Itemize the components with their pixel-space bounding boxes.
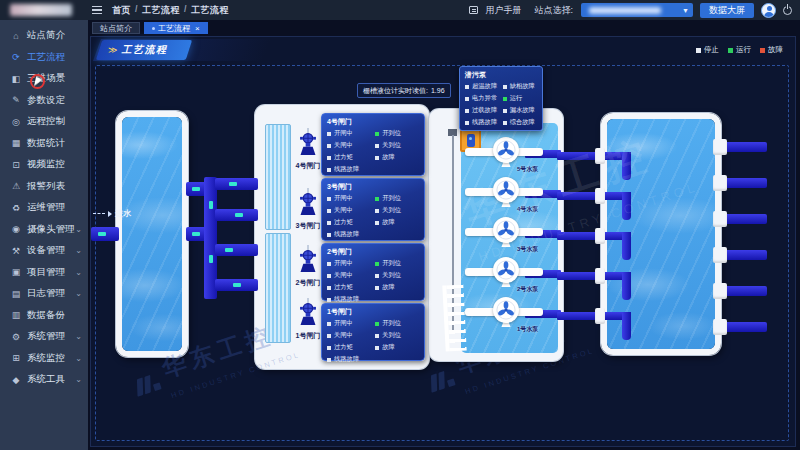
branch-pipe [215,279,258,291]
gate-status-panel: 4号闸门 开闸中开到位关闸中关到位过力矩故障线路故障 [321,113,425,176]
transfer-pipe [557,152,631,160]
sidebar-item[interactable]: ⌂ 站点简介 ⌄ [0,25,88,47]
sidebar-item[interactable]: ◎ 远程控制 ⌄ [0,111,88,133]
status-item: 故障 [375,283,419,292]
flow-dash [192,232,200,236]
outlet-nozzle-pipe [713,319,771,335]
sidebar-item[interactable]: ◆ 系统工具 ⌄ [0,369,88,391]
status-marker [375,221,379,225]
status-marker [327,322,331,326]
status-label: 线路故障 [472,118,497,127]
flow-dash [192,187,200,191]
status-label: 开到位 [382,259,401,268]
pump-status-panel: 潜污泵 超温故障缺相故障电力异常运行过载故障漏水故障线路故障综合故障 [459,66,543,131]
pump-label: 5号水泵 [517,165,538,174]
avatar[interactable] [761,3,776,18]
sidebar-item-label: 工艺流程 [27,51,65,64]
sidebar-item[interactable]: ⚙ 系统管理 ⌄ [0,326,88,348]
gate-valve-icon [294,244,322,274]
transfer-pipe [557,192,631,200]
big-screen-button[interactable]: 数据大屏 [700,3,754,18]
sidebar-item-label: 设备管理 [27,244,65,257]
breadcrumb-item[interactable]: 首页 [112,4,131,17]
sidebar-item[interactable]: ♻ 运维管理 ⌄ [0,197,88,219]
status-item: 开到位 [375,319,419,328]
sidebar-item[interactable]: ⚒ 设备管理 ⌄ [0,240,88,262]
sidebar-item[interactable]: ▣ 项目管理 ⌄ [0,262,88,284]
user-manual-link[interactable]: 用户手册 [485,4,521,17]
tab-process-flow[interactable]: 工艺流程 × [144,22,208,34]
sidebar-item-label: 视频监控 [27,158,65,171]
gate-valve-icon [294,297,322,327]
status-label: 关到位 [382,331,401,340]
sidebar-item[interactable]: ✎ 参数设定 ⌄ [0,90,88,112]
status-marker [327,262,331,266]
flow-dash [235,213,243,217]
topbar: 首页/ 工艺流程/ 工艺流程 用户手册 站点选择: ▼ 数据大屏 [0,0,800,20]
outlet-nozzle-pipe [713,175,771,191]
sidebar-item[interactable]: ⊡ 视频监控 ⌄ [0,154,88,176]
status-marker [375,132,379,136]
chevron-down-icon: ⌄ [75,246,82,255]
sidebar-item[interactable]: ⟳ 工艺流程 ⌄ [0,47,88,69]
transfer-pipe [557,312,631,320]
status-item: 关闸中 [327,271,375,280]
status-marker [327,221,331,225]
pipe-elbow [622,152,631,180]
pump-unit[interactable]: 3号水泵 [465,215,561,251]
transfer-pipe [557,272,631,280]
sidebar-item[interactable]: ▥ 数据备份 ⌄ [0,305,88,327]
sidebar-item[interactable]: ▦ 数据统计 ⌄ [0,133,88,155]
status-marker [375,144,379,148]
sidebar-item[interactable]: ◉ 摄像头管理 ⌄ [0,219,88,241]
site-select-dropdown[interactable]: ▼ [581,3,693,17]
site-select-value [589,7,661,14]
status-label: 关到位 [382,141,401,150]
gate-panel-title: 4号闸门 [327,117,419,127]
pump-unit[interactable]: 2号水泵 [465,255,561,291]
status-marker [327,346,331,350]
level-reading-tooltip: 栅槽液位计实时读值: 1.96 [357,83,451,98]
app-logo [10,4,72,16]
pump-impeller-icon [493,217,519,243]
pipe-elbow [622,272,631,300]
sidebar-item[interactable]: ▤ 日志管理 ⌄ [0,283,88,305]
close-tab-icon[interactable]: × [195,24,200,33]
sidebar-item-label: 日志管理 [27,287,65,300]
sidebar-item-label: 报警列表 [27,180,65,193]
sidebar-item-icon: ▥ [10,310,22,320]
pump-unit[interactable]: 1号水泵 [465,295,561,331]
mouse-cursor [30,74,45,89]
outlet-nozzle-pipe [713,139,771,155]
status-item: 过力矩 [327,283,375,292]
pump-impeller-icon [493,177,519,203]
status-item: 关到位 [375,271,419,280]
flow-dash [225,248,233,252]
status-item: 线路故障 [327,165,375,174]
sidebar-item[interactable]: ⚠ 报警列表 ⌄ [0,176,88,198]
pump-unit[interactable]: 5号水泵 [465,135,561,171]
tab-site-intro[interactable]: 站点简介 [92,22,140,34]
status-item: 过载故障 [465,106,503,115]
outlet-nozzle-pipe [713,283,771,299]
status-label: 关到位 [382,206,401,215]
menu-collapse-icon[interactable] [92,9,102,11]
breadcrumb-item[interactable]: 工艺流程 [191,4,229,17]
wall-nozzle [595,228,605,244]
sidebar-item[interactable]: ⊞ 系统监控 ⌄ [0,348,88,370]
status-item: 开到位 [375,259,419,268]
status-marker [465,97,469,101]
pump-unit[interactable]: 4号水泵 [465,175,561,211]
status-item: 开到位 [375,129,419,138]
status-item: 缺相故障 [503,82,537,91]
status-item: 开到位 [375,194,419,203]
logout-power-icon[interactable] [783,6,792,15]
status-label: 综合故障 [510,118,535,127]
diagram-stage: 进水 4号闸门 3号闸门 2号闸门 [91,37,795,446]
sidebar-item-label: 系统工具 [27,373,65,386]
sidebar-item-icon: ⚠ [10,181,22,191]
status-marker [375,274,379,278]
sidebar-item-icon: ▤ [10,289,22,299]
breadcrumb-item[interactable]: 工艺流程 [142,4,180,17]
status-item: 关闸中 [327,206,375,215]
